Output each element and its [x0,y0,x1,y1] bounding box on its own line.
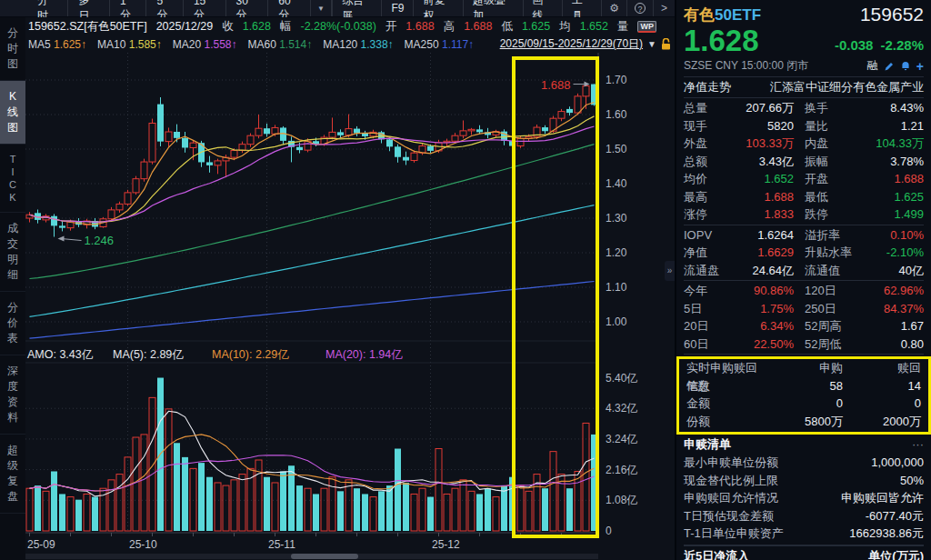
svg-text:AMO: 3.43亿: AMO: 3.43亿 [27,348,94,361]
sidebar-item-5[interactable]: 深 度 资 料 [0,355,25,435]
info-segment: 1.625 [522,20,550,33]
svg-text:1.00: 1.00 [606,315,627,328]
info-segment: 开 [385,19,397,35]
tab-period-0[interactable]: 分时 [27,0,68,16]
list-row: 现金替代比例上限50% [684,472,924,490]
iopv-grid: IOPV1.6264溢折率0.10%净值1.6629升贴水率-2.10%流通盘2… [684,225,924,282]
sidebar-item-2[interactable]: T I C K [0,145,25,213]
subscription-list-title: 申赎清单··· [684,435,924,454]
chevron-right-icon[interactable]: > [653,0,675,16]
svg-text:1.40: 1.40 [606,177,627,190]
info-segment: 高 [444,19,455,35]
panel-data-row: 外盘103.33万内盘104.33万 [684,135,924,153]
info-segment: 低 [501,19,513,35]
wp-badge-icon[interactable]: WP [637,21,656,33]
tab-period-1[interactable]: 多日 [68,0,109,16]
svg-text:1.20: 1.20 [606,246,627,259]
panel-data-row: 涨停1.833跌停1.499 [684,205,924,224]
toolbar-actions: 综合屏F9前复权超级叠加画线工具⚙?> [332,0,675,16]
svg-text:1.70: 1.70 [606,74,627,86]
quick-icons: 融 + [867,58,924,74]
x-axis-label: 25-10 [129,538,157,551]
toolbar-5[interactable]: 工具 [562,0,601,16]
date-range[interactable]: 2025/09/15-2025/12/29(70日) [500,36,643,52]
subscription-list-section: 申赎清单···最小申赎单位份额1,000,000现金替代比例上限50%申购赎回允… [684,435,924,543]
net-inflow-header: 近5日净流入 单位(万元) [684,545,924,560]
svg-text:3.24亿: 3.24亿 [606,433,637,445]
sidebar-item-0[interactable]: 分 时 图 [0,17,25,81]
last-price: 1.628 [684,25,759,56]
sidebar-item-6[interactable]: 超 级 复 盘 [0,435,25,514]
sidebar-item-4[interactable]: 分 价 表 [0,292,25,355]
panel-data-row: 均价1.652开盘1.688 [684,170,924,188]
list-row: T日预估现金差额-6077.40元 [684,507,924,525]
ma-values: MA5 1.625↑MA10 1.585↑MA20 1.558↑MA60 1.5… [25,38,474,51]
panel-data-row: 今年90.86%120日62.96% [684,282,924,300]
toolbar-4[interactable]: 画线 [523,0,562,16]
panel-data-row: 总量207.66万换手8.43% [684,99,924,117]
price-row: 1.628 -0.038-2.28% [684,25,924,56]
x-axis-label: 25-11 [268,538,295,551]
panel-data-row: 净值1.6629升贴水率-2.10% [684,244,924,262]
app-root: 分时多日1分5分15分30分60分▼ 综合屏F9前复权超级叠加画线工具⚙?> 分… [0,0,931,560]
kline-chart[interactable]: 1.701.601.501.401.301.201.101.005.40亿4.3… [25,53,675,560]
list-row: T-1日单位申赎资产1662938.86元 [684,525,924,543]
list-row: 最小申赎单位份额1,000,000 [684,454,924,472]
nav-trend-label: 净值走势 [684,79,731,95]
ma-value: MA60 1.514↑ [247,38,312,51]
net-inflow-label: 近5日净流入 [684,546,749,560]
scrollbar-thumb[interactable] [291,554,358,559]
panel-title-row: 有色50ETF 159652 [684,4,924,25]
tab-period-4[interactable]: 15分 [184,0,226,16]
x-axis-label: 25-12 [432,538,460,551]
info-segment: -2.28%(-0.038) [300,20,375,33]
tab-period-6[interactable]: 60分 [268,0,311,16]
ma-values-row: MA5 1.625↑MA10 1.585↑MA20 1.558↑MA60 1.5… [25,35,675,53]
gear-icon[interactable]: ⚙ [601,0,626,16]
change-abs: -0.038 [835,37,874,53]
tab-period-2[interactable]: 1分 [110,0,146,16]
panel-data-row: 20日6.34%52周高1.67 [684,317,924,335]
left-nav: 分 时 图K 线 图T I C K成 交 明 细分 价 表深 度 资 料超 级 … [0,17,25,560]
margin-tag: 融 [867,58,878,74]
fund-index-name: 汇添富中证细分有色金属产业 [770,79,924,95]
info-segment: 159652.SZ[有色50ETF] [28,19,147,35]
panel-collapse-handle[interactable]: » [665,261,675,281]
quote-grid: 总量207.66万换手8.43%现手5820量比1.21外盘103.33万内盘1… [684,98,924,225]
sidebar-item-1[interactable]: K 线 图 [0,81,25,145]
more-icon[interactable]: ··· [912,435,924,454]
bell-icon[interactable] [900,61,911,72]
svg-text:MA(10): 2.29亿: MA(10): 2.29亿 [212,348,289,361]
chevron-down-icon[interactable]: ▼ [647,39,656,49]
nav-trend-row[interactable]: 净值走势 汇添富中证细分有色金属产业 [684,77,924,98]
svg-text:0: 0 [606,525,612,537]
period-toolbar: 分时多日1分5分15分30分60分▼ 综合屏F9前复权超级叠加画线工具⚙?> [0,0,675,17]
svg-text:1.10: 1.10 [606,281,627,294]
ma-value: MA10 1.585↑ [97,38,162,51]
info-segment: 幅 [280,19,292,35]
realtime-row: 份额5800万2000万 [686,413,921,431]
info-segment: 2025/12/29 [156,20,214,33]
toolbar-1[interactable]: F9 [381,0,413,16]
sidebar-item-3[interactable]: 成 交 明 细 [0,213,25,292]
toolbar-3[interactable]: 超级叠加 [463,0,523,16]
tab-period-5[interactable]: 30分 [226,0,269,16]
period-dropdown-icon[interactable]: ▼ [311,0,332,16]
panel-data-row: 60日22.50%52周低0.80 [684,335,924,354]
tab-period-3[interactable]: 5分 [146,0,183,16]
info-segment: 1.688 [405,20,434,33]
realtime-row: 金额00 [686,395,921,413]
panel-data-row: 5日1.75%250日84.37% [684,300,924,318]
unlock-icon[interactable] [661,38,671,50]
info-segment: 均 [559,19,571,35]
help-icon[interactable]: ? [626,0,653,16]
add-icon[interactable]: + [916,59,924,74]
svg-text:1.08亿: 1.08亿 [606,494,637,506]
info-segment: 量 [617,19,629,35]
toolbar-2[interactable]: 前复权 [413,0,462,16]
edit-icon[interactable] [884,61,895,72]
panel-data-row: 总额3.43亿振幅3.78% [684,153,924,171]
performance-grid: 今年90.86%120日62.96%5日1.75%250日84.37%20日6.… [684,281,924,355]
toolbar-0[interactable]: 综合屏 [332,0,381,16]
security-code: 159652 [860,4,924,25]
